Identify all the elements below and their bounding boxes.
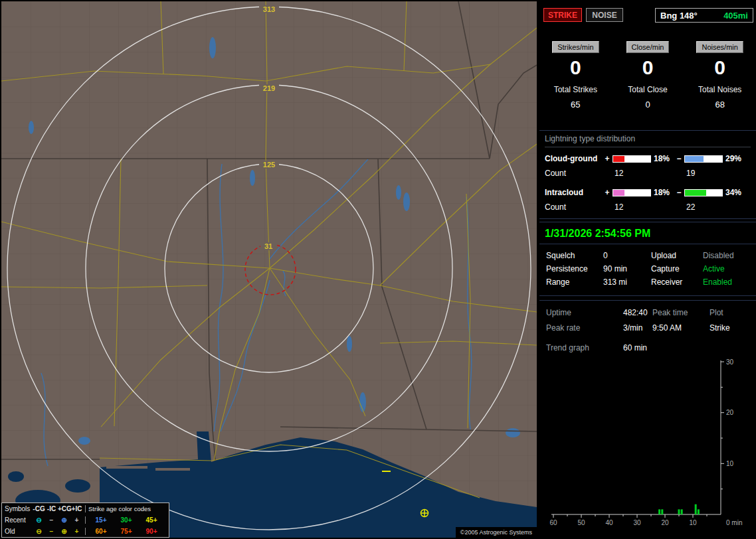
total-noises-value: 68 bbox=[684, 100, 756, 110]
total-close-label: Total Close bbox=[612, 85, 684, 94]
legend-col-header-plus-cg: +CG bbox=[58, 505, 70, 512]
lightning-map[interactable]: 313 219 125 31 Symbols -CG -IC +CG +IC S… bbox=[1, 1, 537, 538]
upload-status: Disabled bbox=[703, 251, 734, 260]
strike-symbol-plus-cg bbox=[421, 510, 428, 517]
plus-icon: + bbox=[70, 528, 83, 535]
noises-per-min-label[interactable]: Noises/min bbox=[696, 41, 743, 53]
system-settings: Squelch 0 Upload Disabled Persistence 90… bbox=[539, 244, 756, 289]
ic-negative-percent: 34% bbox=[724, 188, 747, 197]
svg-text:10: 10 bbox=[689, 519, 697, 526]
circle-minus-icon: ⊖ bbox=[33, 516, 45, 524]
distribution-section: Lightning type distribution Cloud-ground… bbox=[539, 130, 756, 219]
cg-negative-count: 19 bbox=[686, 169, 695, 178]
close-per-min-label[interactable]: Close/min bbox=[626, 41, 670, 53]
minus-sign: − bbox=[675, 188, 683, 197]
intracloud-count-row: Count 12 22 bbox=[545, 199, 751, 215]
ring-label-31: 31 bbox=[264, 242, 272, 250]
cg-positive-count: 12 bbox=[614, 169, 686, 178]
svg-text:50: 50 bbox=[577, 519, 585, 526]
ic-positive-percent: 18% bbox=[652, 188, 675, 197]
map-legend: Symbols -CG -IC +CG +IC Strike age color… bbox=[1, 502, 169, 538]
trend-graph-value: 60 min bbox=[623, 343, 647, 352]
svg-text:60: 60 bbox=[549, 519, 557, 526]
legend-col-header-minus-ic: -IC bbox=[45, 505, 58, 512]
count-label: Count bbox=[545, 202, 614, 212]
svg-text:10: 10 bbox=[726, 460, 734, 467]
age-code-75: 75+ bbox=[114, 528, 139, 535]
noise-mode-button[interactable]: NOISE bbox=[586, 8, 623, 22]
legend-col-header-plus-ic: +IC bbox=[70, 505, 83, 512]
svg-text:30: 30 bbox=[633, 519, 641, 526]
strike-trend-chart: 1020301020304050600 min bbox=[539, 355, 756, 539]
svg-text:20: 20 bbox=[726, 409, 734, 416]
barrier-island bbox=[106, 466, 147, 469]
barrier-island bbox=[155, 468, 190, 471]
capture-status: Active bbox=[703, 264, 725, 273]
legend-old-label: Old bbox=[5, 528, 33, 535]
panel-toolbar: STRIKE NOISE Bng 148° 405mi bbox=[539, 8, 756, 24]
circle-minus-icon: ⊖ bbox=[33, 528, 45, 535]
legend-recent-row: Recent ⊖ − ⊕ + 15+ 30+ 45+ bbox=[2, 514, 169, 526]
receiver-status: Enabled bbox=[703, 277, 732, 287]
strikes-per-min-value: 0 bbox=[539, 56, 612, 79]
range-label: Range bbox=[546, 277, 603, 287]
cg-positive-percent: 18% bbox=[652, 154, 675, 163]
legend-header-row: Symbols -CG -IC +CG +IC Strike age color… bbox=[2, 503, 169, 514]
distribution-title: Lightning type distribution bbox=[545, 134, 751, 147]
persistence-value: 90 min bbox=[603, 264, 651, 273]
circle-plus-icon: ⊕ bbox=[58, 528, 70, 535]
bearing-display: Bng 148° 405mi bbox=[655, 8, 753, 23]
squelch-value: 0 bbox=[603, 251, 651, 260]
svg-text:30: 30 bbox=[726, 358, 734, 366]
ring-label-125: 125 bbox=[263, 161, 275, 169]
plus-sign: + bbox=[603, 188, 611, 197]
capture-label: Capture bbox=[651, 264, 703, 273]
cloud-ground-count-row: Count 12 19 bbox=[545, 165, 751, 181]
legend-col-header-minus-cg: -CG bbox=[33, 505, 45, 512]
strikes-per-min-label[interactable]: Strikes/min bbox=[552, 41, 599, 53]
plus-icon: + bbox=[70, 516, 83, 524]
trend-graph-label: Trend graph bbox=[546, 343, 623, 352]
total-strikes-value: 65 bbox=[539, 100, 612, 110]
status-row: Peak rate 3/min 9:50 AM Strike bbox=[539, 320, 756, 335]
status-row: Uptime 482:40 Peak time Plot bbox=[539, 305, 756, 320]
ic-positive-count: 12 bbox=[614, 202, 686, 212]
plus-sign: + bbox=[603, 154, 611, 163]
settings-row: Range 313 mi Receiver Enabled bbox=[539, 275, 756, 289]
count-label: Count bbox=[545, 169, 614, 178]
ic-negative-bar bbox=[684, 189, 723, 196]
minus-icon: − bbox=[45, 528, 58, 535]
ring-label-313: 313 bbox=[263, 5, 275, 13]
uptime-value: 482:40 bbox=[623, 308, 652, 317]
minus-icon: − bbox=[45, 516, 58, 524]
peak-rate-label: Peak rate bbox=[546, 323, 623, 333]
svg-text:0 min: 0 min bbox=[726, 519, 742, 526]
legend-recent-label: Recent bbox=[5, 516, 33, 524]
upload-label: Upload bbox=[651, 251, 703, 260]
total-strikes-label: Total Strikes bbox=[539, 85, 612, 94]
age-code-90: 90+ bbox=[139, 528, 164, 535]
intracloud-row: Intracloud + 18% − 34% bbox=[545, 187, 751, 198]
stats-section: Strikes/min 0 Total Strikes 65 Close/min… bbox=[539, 33, 756, 130]
total-noises-label: Total Noises bbox=[684, 85, 756, 94]
trend-row: Trend graph 60 min bbox=[539, 340, 756, 355]
datetime-display: 1/31/2026 2:54:56 PM bbox=[539, 222, 756, 244]
peak-rate-value: 3/min bbox=[623, 323, 652, 333]
circle-plus-icon: ⊕ bbox=[58, 516, 70, 524]
ring-label-219: 219 bbox=[263, 84, 275, 92]
age-code-15: 15+ bbox=[88, 516, 114, 524]
age-code-30: 30+ bbox=[114, 516, 139, 524]
uptime-label: Uptime bbox=[546, 308, 623, 317]
range-value: 313 mi bbox=[603, 277, 651, 287]
side-panel: STRIKE NOISE Bng 148° 405mi Strikes/min … bbox=[539, 0, 756, 539]
distance-value: 405mi bbox=[723, 11, 748, 21]
plot-value: Strike bbox=[709, 323, 730, 333]
strike-mode-button[interactable]: STRIKE bbox=[543, 8, 582, 22]
noises-per-min-value: 0 bbox=[684, 56, 756, 79]
noises-column: Noises/min 0 Total Noises 68 bbox=[684, 33, 756, 130]
peak-time-label: Peak time bbox=[652, 308, 709, 317]
minus-sign: − bbox=[675, 154, 683, 163]
map-canvas[interactable]: 313 219 125 31 bbox=[1, 1, 537, 538]
peak-time-value: 9:50 AM bbox=[652, 323, 709, 333]
legend-symbols-header: Symbols bbox=[5, 505, 33, 512]
